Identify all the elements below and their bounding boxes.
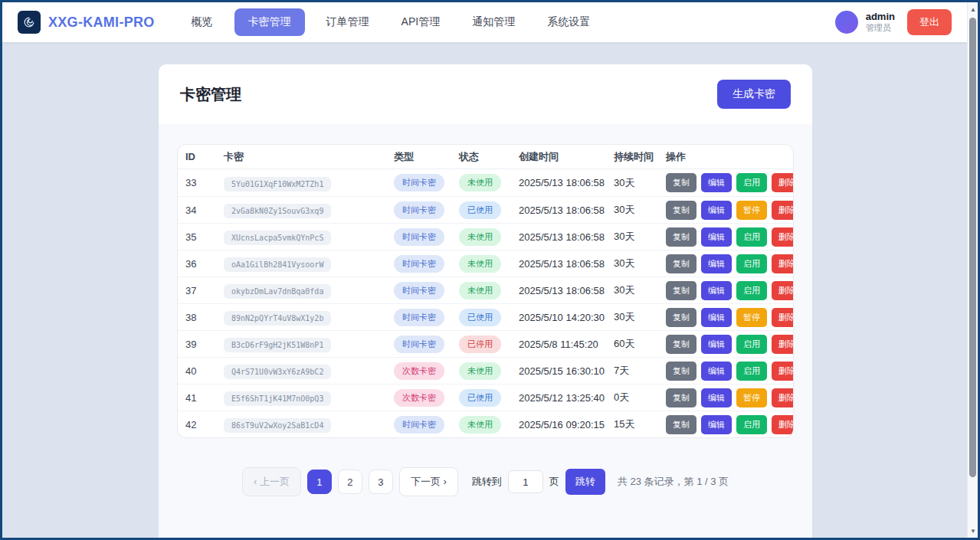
app-logo [18, 11, 41, 34]
delete-button[interactable]: 删除 [772, 173, 794, 192]
copy-button[interactable]: 复制 [666, 281, 696, 300]
page-button-2[interactable]: 2 [338, 470, 362, 494]
row-id: 37 [185, 285, 224, 296]
page-header: 卡密管理 生成卡密 [159, 64, 812, 124]
edit-button[interactable]: 编辑 [701, 227, 732, 247]
pagination: ‹ 上一页 1 2 3 下一页 › 跳转到 页 跳转 共 23 条记录，第 1 … [177, 467, 794, 496]
status-badge: 已使用 [459, 389, 501, 407]
row-id: 38 [185, 312, 224, 323]
page-unit-label: 页 [549, 475, 559, 489]
edit-button[interactable]: 编辑 [701, 281, 732, 300]
row-actions: 复制 编辑 启用 删除 [666, 362, 794, 381]
edit-button[interactable]: 编辑 [701, 173, 732, 192]
nav-item-overview[interactable]: 概览 [181, 9, 224, 35]
delete-button[interactable]: 删除 [772, 308, 794, 327]
nav-item-card-keys[interactable]: 卡密管理 [234, 8, 305, 36]
copy-button[interactable]: 复制 [666, 227, 696, 247]
delete-button[interactable]: 删除 [772, 415, 794, 434]
table-row: 33 5Yu01G1XqF10WxM2TZh1 时间卡密 未使用 2025/5/… [178, 169, 793, 196]
edit-button[interactable]: 编辑 [701, 388, 732, 407]
card-key-value: E5f6ShT1jK41M7nO0pQ3 [224, 391, 331, 406]
prev-page-button[interactable]: ‹ 上一页 [242, 467, 301, 496]
delete-button[interactable]: 删除 [772, 227, 794, 247]
toggle-button[interactable]: 启用 [736, 227, 767, 247]
created-time: 2025/5/8 11:45:20 [519, 339, 614, 350]
status-badge: 未使用 [459, 416, 501, 434]
delete-button[interactable]: 删除 [772, 281, 794, 300]
row-id: 39 [185, 339, 224, 350]
delete-button[interactable]: 删除 [772, 335, 794, 354]
copy-button[interactable]: 复制 [666, 388, 696, 407]
page-button-1[interactable]: 1 [307, 470, 332, 494]
copy-button[interactable]: 复制 [666, 362, 696, 381]
created-time: 2025/5/16 09:20:15 [519, 419, 614, 430]
user-name: admin [866, 11, 895, 23]
type-badge: 次数卡密 [394, 389, 444, 407]
copy-button[interactable]: 复制 [666, 308, 696, 327]
next-page-button[interactable]: 下一页 › [399, 467, 458, 496]
brand-title: XXG-KAMI-PRO [48, 15, 155, 31]
edit-button[interactable]: 编辑 [701, 415, 732, 434]
delete-button[interactable]: 删除 [772, 201, 794, 220]
toggle-button[interactable]: 启用 [736, 173, 767, 192]
toggle-button[interactable]: 暂停 [736, 308, 767, 327]
vertical-scrollbar[interactable]: ▲ ▼ [967, 2, 978, 538]
copy-button[interactable]: 复制 [666, 173, 696, 192]
type-badge: 时间卡密 [394, 416, 444, 434]
col-header-key: 卡密 [224, 150, 394, 164]
type-badge: 次数卡密 [394, 362, 444, 380]
copy-button[interactable]: 复制 [666, 335, 696, 354]
created-time: 2025/5/13 18:06:58 [519, 205, 614, 216]
edit-button[interactable]: 编辑 [701, 254, 732, 273]
duration: 30天 [614, 230, 666, 244]
col-header-actions: 操作 [666, 150, 785, 164]
main-nav: 概览 卡密管理 订单管理 API管理 通知管理 系统设置 [181, 8, 601, 36]
duration: 30天 [614, 257, 666, 270]
top-navigation-bar: XXG-KAMI-PRO 概览 卡密管理 订单管理 API管理 通知管理 系统设… [2, 2, 967, 42]
logout-button[interactable]: 登出 [907, 9, 952, 35]
page-button-3[interactable]: 3 [369, 470, 393, 494]
edit-button[interactable]: 编辑 [701, 362, 732, 381]
toggle-button[interactable]: 启用 [736, 254, 767, 273]
nav-item-settings[interactable]: 系统设置 [536, 9, 601, 35]
jump-button[interactable]: 跳转 [565, 469, 605, 495]
row-actions: 复制 编辑 暂停 删除 [666, 201, 794, 220]
toggle-button[interactable]: 暂停 [736, 388, 767, 407]
toggle-button[interactable]: 启用 [736, 415, 767, 434]
delete-button[interactable]: 删除 [772, 254, 794, 273]
jump-page-input[interactable] [508, 470, 543, 493]
nav-item-orders[interactable]: 订单管理 [316, 9, 380, 35]
edit-button[interactable]: 编辑 [701, 308, 732, 327]
scroll-up-icon[interactable]: ▲ [968, 4, 978, 15]
scroll-down-icon[interactable]: ▼ [968, 525, 978, 536]
toggle-button[interactable]: 暂停 [736, 201, 767, 220]
toggle-button[interactable]: 启用 [736, 281, 767, 300]
card-key-value: 86sT9uV2wXoy2SaB1cD4 [224, 418, 331, 433]
toggle-button[interactable]: 启用 [736, 335, 767, 354]
copy-button[interactable]: 复制 [666, 201, 696, 220]
nav-item-notifications[interactable]: 通知管理 [461, 9, 526, 35]
copy-button[interactable]: 复制 [666, 254, 696, 273]
duration: 0天 [614, 391, 666, 404]
delete-button[interactable]: 删除 [772, 362, 794, 381]
card-key-value: okybzDmLav7dnBqa0fda [224, 284, 331, 299]
nav-item-api[interactable]: API管理 [391, 9, 451, 35]
generate-key-button[interactable]: 生成卡密 [717, 80, 791, 109]
created-time: 2025/5/12 13:25:40 [519, 392, 614, 404]
delete-button[interactable]: 删除 [772, 388, 794, 407]
scrollbar-thumb[interactable] [969, 18, 976, 477]
duration: 7天 [614, 364, 666, 378]
user-area: admin 管理员 登出 [835, 9, 952, 35]
jump-to-label: 跳转到 [472, 475, 502, 489]
toggle-button[interactable]: 启用 [736, 362, 767, 381]
table-row: 42 86sT9uV2wXoy2SaB1cD4 时间卡密 未使用 2025/5/… [178, 411, 793, 437]
type-badge: 时间卡密 [394, 255, 444, 273]
edit-button[interactable]: 编辑 [701, 201, 732, 220]
row-id: 40 [185, 365, 224, 377]
copy-button[interactable]: 复制 [666, 415, 696, 434]
row-actions: 复制 编辑 启用 删除 [666, 335, 794, 354]
row-id: 34 [185, 205, 224, 216]
edit-button[interactable]: 编辑 [701, 335, 732, 354]
type-badge: 时间卡密 [394, 335, 444, 353]
table-row: 39 B3cD6rF9gH2jK51W8nP1 时间卡密 已停用 2025/5/… [178, 330, 793, 357]
